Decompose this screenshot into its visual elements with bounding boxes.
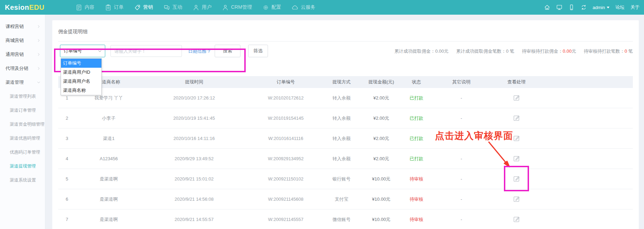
cell-amount: ¥2.00元: [358, 156, 405, 162]
edit-review-icon[interactable]: [513, 114, 520, 121]
cell-note: -: [428, 217, 495, 222]
topnav: KesionEDU 内容订单营销互动用户CRM管理配置云服务 admin 论坛 …: [0, 0, 644, 15]
dropdown-option[interactable]: 渠道商用户名: [61, 77, 101, 86]
refresh-icon[interactable]: [581, 4, 587, 10]
cell-status: 待审核: [405, 176, 428, 182]
column-header: 订单编号: [246, 79, 325, 85]
cell-order-number: W:201020172612: [246, 95, 325, 101]
chevron-right-icon: [37, 24, 41, 29]
table-row: 5是渠道啊2020/9/21 15:01:02W:200921150102银行账…: [58, 169, 633, 189]
column-header: 查看处理: [495, 79, 538, 85]
chevron-right-icon: [37, 52, 41, 57]
about-link[interactable]: 关于: [630, 4, 639, 10]
table-row: 3渠道12020/10/16 14:11:16W:201016141116转入余…: [58, 128, 633, 149]
stat-pending-commission: 待审核待打款佣金：0.00元: [522, 48, 576, 54]
stat-total-commission-value: 0.00: [435, 49, 444, 54]
cell-order-number: W:200921150102: [246, 176, 325, 182]
cell-amount: ¥10.00元: [358, 176, 405, 182]
config-icon: [262, 4, 269, 11]
cell-channel-name: A123456: [76, 156, 142, 161]
sidebar-group-course-marketing[interactable]: 课程营销: [0, 20, 45, 34]
dropdown-option[interactable]: 渠道商名称: [61, 86, 101, 95]
cell-order-number: W:200921145608: [246, 197, 325, 202]
date-range-link[interactable]: 日期范围 ?: [188, 48, 210, 54]
user-icon: [193, 4, 199, 11]
cell-index: 4: [58, 156, 76, 161]
topnav-item-cloud[interactable]: 云服务: [286, 0, 321, 15]
sidebar-group-label: 通用营销: [6, 51, 24, 58]
sidebar-group-agency-distribution[interactable]: 代理及分销: [0, 61, 45, 75]
filter-button[interactable]: 筛选: [248, 45, 268, 57]
cell-withdraw-time: 2020/9/29 13:49:52: [142, 156, 246, 161]
column-header: 提现时间: [142, 79, 246, 85]
sidebar-item-coupon-orders[interactable]: 优惠码订单管理: [0, 145, 45, 159]
annotation-arrow-icon: [485, 140, 513, 171]
topnav-item-user[interactable]: 用户: [187, 0, 217, 15]
stat-total-count: 累计成功提取佣金笔数：0 笔: [456, 48, 514, 54]
cell-note: -: [428, 156, 495, 161]
stat-pending-count-value: 0: [624, 49, 627, 54]
edit-review-icon[interactable]: [513, 155, 520, 162]
edit-review-icon[interactable]: [513, 134, 520, 142]
desktop-icon[interactable]: [556, 4, 562, 10]
page-title: 佣金提现明细: [58, 29, 87, 35]
edit-review-icon[interactable]: [513, 195, 520, 202]
layout: 课程营销商城营销通用营销代理及分销渠道管理渠道管理列表渠道订单管理渠道资金明细管…: [0, 15, 644, 229]
date-range-help: ?: [208, 49, 210, 54]
search-button[interactable]: 搜索: [215, 45, 240, 57]
mobile-icon[interactable]: [568, 4, 575, 10]
sidebar-group-channel-management[interactable]: 渠道管理: [0, 75, 45, 89]
topnav-item-config[interactable]: 配置: [257, 0, 286, 15]
cell-order-number: W:200921145557: [246, 217, 325, 222]
cell-index: 5: [58, 176, 76, 182]
cell-status: 待审核: [405, 216, 428, 223]
topnav-item-label: 营销: [143, 4, 153, 10]
sidebar: 课程营销商城营销通用营销代理及分销渠道管理渠道管理列表渠道订单管理渠道资金明细管…: [0, 15, 45, 229]
cell-channel-name: 是渠道啊: [76, 216, 142, 223]
column-header: 状态: [405, 79, 428, 85]
sidebar-item-channel-list[interactable]: 渠道管理列表: [0, 89, 45, 103]
edit-review-icon[interactable]: [513, 215, 520, 223]
cell-withdraw-time: 2020/9/21 14:55:57: [142, 217, 246, 222]
user-menu[interactable]: admin: [593, 5, 610, 10]
username: admin: [593, 5, 605, 10]
stats-summary: 累计成功提取佣金：0.00元累计成功提取佣金笔数：0 笔待审核待打款佣金：0.0…: [394, 48, 633, 54]
dropdown-option[interactable]: 渠道商用户ID: [61, 68, 101, 77]
cell-amount: ¥2.00元: [358, 135, 405, 142]
sidebar-item-channel-settings[interactable]: 渠道系统设置: [0, 173, 45, 187]
crm-icon: [222, 4, 229, 11]
cell-amount: ¥2.00元: [358, 115, 405, 121]
sidebar-group-general-marketing[interactable]: 通用营销: [0, 47, 45, 61]
topnav-item-interact[interactable]: 互动: [158, 0, 187, 15]
keyword-input[interactable]: [110, 45, 182, 57]
home-icon[interactable]: [544, 4, 550, 10]
topnav-item-crm[interactable]: CRM管理: [217, 0, 257, 15]
sidebar-item-channel-coupon[interactable]: 渠道优惠码管理: [0, 131, 45, 145]
logo-accent: EDU: [29, 3, 45, 11]
edit-review-icon[interactable]: [513, 94, 520, 101]
cell-status: 已打款: [405, 135, 428, 142]
table-row: 7是渠道啊2020/9/21 14:55:57W:200921145557微信账…: [58, 209, 633, 229]
topnav-item-content[interactable]: 内容: [70, 0, 100, 15]
topnav-item-label: 互动: [172, 4, 182, 10]
sidebar-group-label: 代理及分销: [6, 65, 28, 72]
search-type-select[interactable]: 订单编号: [60, 45, 105, 57]
topnav-item-label: 云服务: [301, 4, 315, 10]
topnav-item-label: 配置: [271, 4, 281, 10]
cloud-icon: [292, 4, 298, 11]
sidebar-item-channel-withdraw[interactable]: 渠道提现管理: [0, 159, 45, 173]
cell-withdraw-method: 转入余额: [325, 135, 358, 142]
cell-channel-name: 我爱学习 丫丫: [76, 95, 142, 101]
stat-pending-count: 待审核待打款笔数：0 笔: [584, 48, 633, 54]
forum-link[interactable]: 论坛: [615, 4, 624, 10]
sidebar-item-channel-funds[interactable]: 渠道资金明细管理: [0, 117, 45, 131]
dropdown-option[interactable]: 订单编号: [61, 59, 101, 68]
topnav-item-marketing[interactable]: 营销: [129, 0, 158, 15]
cell-note: -: [428, 95, 495, 101]
topnav-item-order[interactable]: 订单: [100, 0, 129, 15]
app-logo[interactable]: KesionEDU: [0, 3, 64, 12]
sidebar-item-channel-orders[interactable]: 渠道订单管理: [0, 103, 45, 117]
edit-review-icon[interactable]: [513, 175, 520, 182]
sidebar-group-mall-marketing[interactable]: 商城营销: [0, 34, 45, 47]
table-body: 1我爱学习 丫丫2020/10/20 17:26:12W:20102017261…: [58, 88, 633, 229]
